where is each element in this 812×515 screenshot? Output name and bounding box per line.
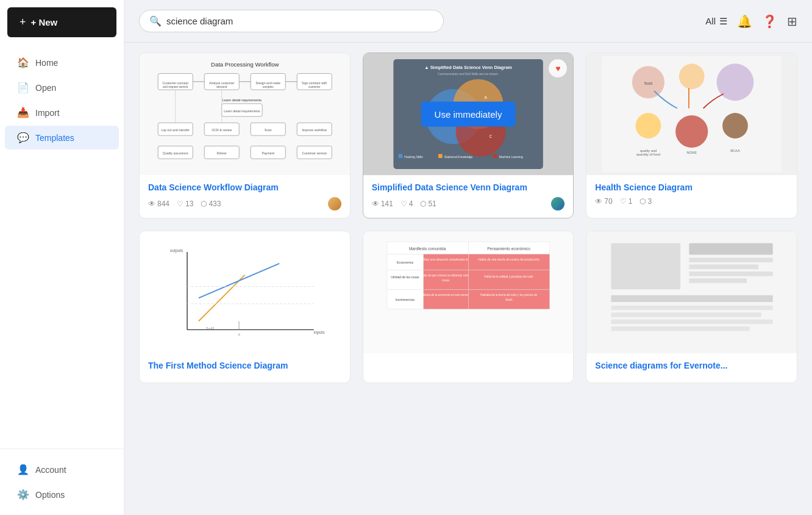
svg-rect-65 bbox=[164, 240, 325, 344]
svg-text:C: C bbox=[489, 134, 492, 139]
svg-rect-88 bbox=[387, 270, 424, 289]
svg-rect-49 bbox=[438, 154, 443, 158]
svg-rect-107 bbox=[689, 272, 772, 276]
svg-rect-97 bbox=[423, 289, 468, 309]
svg-text:Manifiesto comunista: Manifiesto comunista bbox=[409, 247, 446, 251]
likes-1: ♡ 13 bbox=[177, 200, 193, 208]
views-3: 👁 70 bbox=[595, 197, 612, 206]
svg-rect-109 bbox=[611, 295, 772, 302]
templates-icon: 💬 bbox=[17, 132, 29, 143]
content-area: Data Processing Workflow Customer concep… bbox=[124, 43, 812, 515]
likes-2: ♡ 4 bbox=[401, 200, 413, 208]
svg-point-59 bbox=[675, 115, 708, 148]
card-thumb-3: food quality and quantity of food bbox=[586, 53, 797, 175]
sidebar-item-templates[interactable]: 💬 Templates bbox=[5, 126, 119, 149]
sidebar-item-home[interactable]: 🏠 Home bbox=[5, 51, 119, 74]
card-first-method[interactable]: inputs outputs S+42 d bbox=[139, 231, 351, 383]
likes-icon-1: ♡ bbox=[177, 200, 183, 208]
sidebar-item-account[interactable]: 👤 Account bbox=[5, 458, 119, 481]
svg-text:Communication and Soft Skills : Communication and Soft Skills are not sh… bbox=[438, 73, 499, 76]
svg-text:demand: demand bbox=[216, 85, 227, 88]
card-evernote-science[interactable]: Science diagrams for Evernote... bbox=[586, 231, 797, 383]
svg-rect-51 bbox=[493, 154, 497, 158]
use-immediately-button[interactable]: Use immediately bbox=[421, 102, 516, 127]
svg-text:Payment: Payment bbox=[262, 151, 274, 155]
svg-text:Customer concept: Customer concept bbox=[162, 81, 188, 85]
svg-text:Smith: Smith bbox=[505, 298, 512, 301]
svg-text:A: A bbox=[484, 95, 487, 99]
copies-icon-1: ⬡ bbox=[201, 200, 207, 208]
svg-text:d: d bbox=[238, 333, 240, 336]
copies-1: ⬡ 433 bbox=[201, 200, 221, 208]
card-title-3: Health Science Diagram bbox=[595, 182, 788, 192]
heart-button-2[interactable]: ♥ bbox=[549, 59, 567, 77]
svg-rect-113 bbox=[611, 326, 749, 331]
copies-icon-3: ⬡ bbox=[639, 197, 646, 206]
copies-icon-2: ⬡ bbox=[420, 200, 426, 208]
plus-icon: + bbox=[20, 16, 26, 29]
sidebar-item-import[interactable]: 📥 Import bbox=[5, 101, 119, 124]
workflow-svg: Data Processing Workflow Customer concep… bbox=[145, 56, 344, 172]
views-icon-2: 👁 bbox=[372, 200, 379, 208]
svg-point-60 bbox=[722, 113, 748, 139]
svg-text:food: food bbox=[644, 81, 652, 85]
svg-text:Incoherencias: Incoherencias bbox=[395, 298, 415, 301]
svg-text:Sign contract with: Sign contract with bbox=[302, 81, 327, 85]
search-icon: 🔍 bbox=[149, 15, 162, 27]
views-icon-1: 👁 bbox=[148, 200, 155, 208]
sidebar-label-import: Import bbox=[35, 108, 60, 118]
search-bar: 🔍 bbox=[139, 10, 444, 32]
svg-text:Design and make: Design and make bbox=[255, 81, 280, 85]
card-health-science[interactable]: food quality and quantity of food bbox=[586, 52, 797, 218]
avatar-1 bbox=[328, 197, 341, 211]
header-right: All ☰ 🔔 ❓ ⊞ bbox=[705, 14, 797, 29]
svg-text:Pensamiento económico: Pensamiento económico bbox=[487, 247, 530, 251]
svg-text:Utilidad de las cosas: Utilidad de las cosas bbox=[391, 275, 419, 279]
search-input[interactable] bbox=[166, 16, 433, 26]
sidebar-label-account: Account bbox=[35, 465, 66, 475]
views-icon-3: 👁 bbox=[595, 197, 602, 206]
svg-text:▲ Simplified Data Science Venn: ▲ Simplified Data Science Venn Diagram bbox=[424, 65, 512, 70]
avatar-2 bbox=[551, 197, 564, 211]
svg-text:customer: customer bbox=[308, 85, 321, 88]
svg-text:cosas.: cosas. bbox=[442, 279, 450, 282]
svg-text:inputs: inputs bbox=[314, 330, 325, 335]
sidebar-label-open: Open bbox=[35, 83, 56, 93]
sidebar-item-open[interactable]: 📄 Open bbox=[5, 76, 119, 99]
card-thumb-4: inputs outputs S+42 d bbox=[140, 231, 350, 353]
health-svg: food quality and quantity of food bbox=[592, 56, 791, 172]
svg-text:Economía: Economía bbox=[397, 261, 414, 264]
sidebar-item-options[interactable]: ⚙️ Options bbox=[5, 483, 119, 506]
svg-rect-110 bbox=[611, 306, 772, 311]
sidebar-label-home: Home bbox=[35, 58, 58, 68]
views-1: 👁 844 bbox=[148, 200, 169, 208]
card-meta-3: 👁 70 ♡ 1 ⬡ 3 bbox=[595, 197, 788, 206]
new-button[interactable]: + + New bbox=[7, 7, 116, 37]
apps-icon[interactable]: ⊞ bbox=[787, 14, 797, 29]
svg-text:Quality assurance: Quality assurance bbox=[162, 151, 188, 155]
svg-text:NONE: NONE bbox=[686, 151, 697, 154]
card-venn-diagram[interactable]: ♥ Use immediately ▲ Simplified Data Scie… bbox=[363, 52, 574, 218]
cards-grid: Data Processing Workflow Customer concep… bbox=[139, 52, 797, 383]
import-icon: 📥 bbox=[17, 107, 29, 118]
sidebar-bottom: 👤 Account ⚙️ Options bbox=[0, 448, 124, 515]
sidebar-label-templates: Templates bbox=[35, 133, 74, 143]
help-icon[interactable]: ❓ bbox=[762, 14, 777, 29]
header: 🔍 All ☰ 🔔 ❓ ⊞ bbox=[124, 0, 812, 43]
svg-rect-84 bbox=[423, 254, 468, 270]
card-title-4: The First Method Science Diagram bbox=[148, 361, 341, 370]
filter-button[interactable]: All ☰ bbox=[705, 16, 727, 27]
notification-icon[interactable]: 🔔 bbox=[737, 14, 752, 29]
card-data-science-workflow[interactable]: Data Processing Workflow Customer concep… bbox=[139, 52, 351, 218]
svg-text:Customer service: Customer service bbox=[302, 151, 327, 155]
svg-text:Statistical Knowledge: Statistical Knowledge bbox=[444, 156, 473, 159]
filter-menu-icon: ☰ bbox=[719, 16, 727, 27]
svg-text:OCR & review: OCR & review bbox=[212, 128, 232, 132]
card-title-6: Science diagrams for Evernote... bbox=[595, 361, 788, 370]
card-body-3: Health Science Diagram 👁 70 ♡ 1 ⬡ 3 bbox=[586, 175, 797, 213]
copies-2: ⬡ 51 bbox=[420, 200, 436, 208]
svg-text:Improve workflow: Improve workflow bbox=[302, 128, 327, 132]
svg-point-56 bbox=[679, 63, 705, 89]
card-table-diagram[interactable]: Manifiesto comunista Pensamiento económi… bbox=[363, 231, 574, 383]
sidebar: + + New 🏠 Home 📄 Open 📥 Import 💬 Templat… bbox=[0, 0, 124, 515]
